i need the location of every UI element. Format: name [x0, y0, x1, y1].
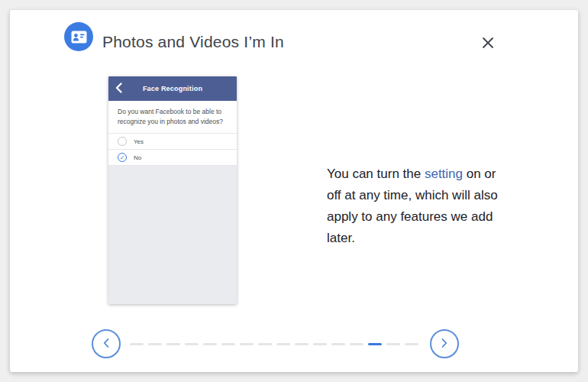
phone-options-list: Yes✓No	[108, 134, 237, 166]
page-title: Photos and Videos I’m In	[102, 33, 284, 51]
progress-dash	[221, 343, 235, 345]
chevron-left-icon	[102, 338, 110, 351]
progress-dash-active	[368, 343, 382, 345]
phone-header: Face Recognition	[108, 76, 237, 101]
carousel-progress	[130, 338, 418, 349]
progress-dash	[331, 343, 345, 345]
progress-dash	[258, 343, 272, 345]
phone-option-label: Yes	[134, 138, 144, 145]
chevron-right-icon	[441, 338, 448, 351]
radio-unchecked-icon	[118, 137, 127, 146]
previous-slide-button[interactable]	[92, 329, 121, 358]
next-slide-button[interactable]	[430, 329, 459, 358]
progress-dash	[313, 343, 327, 345]
phone-screen-title: Face Recognition	[108, 85, 237, 92]
progress-dash	[386, 343, 400, 345]
progress-dash	[130, 343, 144, 345]
phone-question-text: Do you want Facebook to be able to recog…	[108, 101, 237, 134]
back-chevron-icon	[115, 83, 122, 96]
phone-option-yes: Yes	[108, 134, 237, 150]
progress-dash	[185, 343, 199, 345]
progress-dash	[166, 343, 180, 345]
close-button[interactable]	[474, 30, 502, 57]
setting-link[interactable]: setting	[425, 167, 463, 181]
progress-dash	[350, 343, 363, 345]
phone-option-no: ✓No	[108, 150, 237, 166]
dialog-card: Photos and Videos I’m In Face Recognitio…	[10, 10, 578, 372]
progress-dash	[276, 343, 290, 345]
progress-dash	[295, 343, 309, 345]
progress-dash	[240, 343, 254, 345]
phone-option-label: No	[134, 154, 141, 161]
close-icon	[482, 37, 494, 51]
contact-card-icon	[64, 22, 93, 51]
phone-mockup: Face Recognition Do you want Facebook to…	[108, 76, 237, 304]
caption-before-link: You can turn the	[327, 167, 425, 181]
progress-dash	[405, 343, 418, 345]
progress-dash	[148, 343, 162, 345]
caption-text: You can turn the setting on or off at an…	[327, 163, 510, 249]
radio-checked-icon: ✓	[118, 153, 127, 162]
progress-dash	[203, 343, 217, 345]
